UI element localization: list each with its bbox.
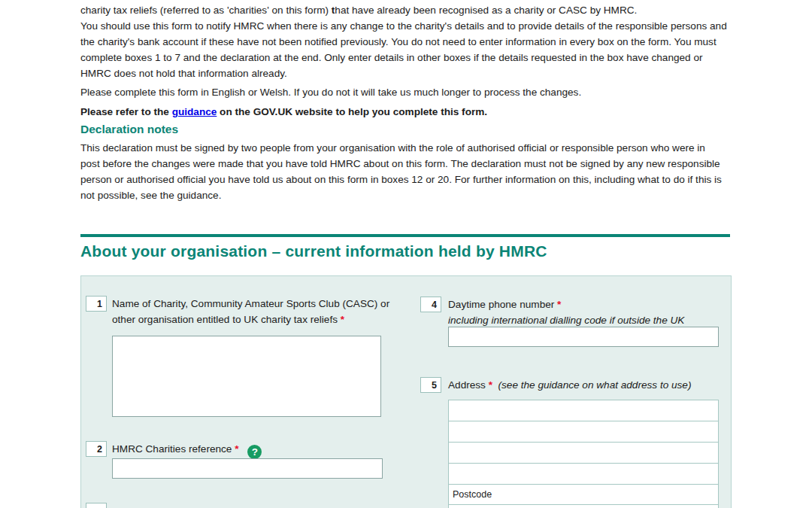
intro-prefix: charity tax reliefs (referred to as 'cha… — [80, 5, 332, 16]
daytime-phone-label-text: Daytime phone number — [448, 299, 554, 310]
declaration-notes-heading: Declaration notes — [80, 123, 178, 136]
hmrc-charities-reference-input[interactable] — [112, 458, 383, 479]
intro-continuation-text: charity tax reliefs (referred to as 'cha… — [80, 2, 727, 18]
charity-name-textarea[interactable] — [112, 336, 381, 417]
section-divider-rule — [80, 234, 730, 237]
required-asterisk: * — [557, 299, 561, 310]
declaration-notes-text: This declaration must be signed by two p… — [80, 140, 727, 203]
guidance-link[interactable]: guidance — [172, 106, 217, 117]
guidance-suffix: on the GOV.UK website to help you comple… — [217, 106, 487, 117]
guidance-paragraph: Please refer to the guidance on the GOV.… — [80, 104, 727, 120]
required-asterisk: * — [235, 443, 238, 455]
charity-name-label-text: Name of Charity, Community Amateur Sport… — [112, 298, 389, 325]
address-line-4-input[interactable] — [448, 463, 719, 485]
required-asterisk: * — [489, 379, 492, 391]
address-line-3-input[interactable] — [448, 442, 719, 464]
postcode-input-partial[interactable] — [448, 504, 719, 508]
address-line-1-input[interactable] — [448, 400, 719, 421]
box-1-number: 1 — [86, 296, 107, 312]
required-asterisk: * — [341, 314, 344, 325]
chv1-form-page: charity tax reliefs (referred to as 'cha… — [0, 0, 812, 508]
intro-rest: hat have already been recognised as a ch… — [335, 5, 637, 16]
guidance-prefix: Please refer to the — [80, 106, 172, 117]
language-paragraph: Please complete this form in English or … — [80, 84, 727, 100]
charity-name-label: Name of Charity, Community Amateur Sport… — [112, 296, 396, 327]
address-label: Address * (see the guidance on what addr… — [448, 377, 732, 393]
box-2-number: 2 — [86, 441, 107, 457]
daytime-phone-input[interactable] — [448, 327, 719, 347]
address-fields-group: Postcode — [448, 400, 719, 508]
address-line-2-input[interactable] — [448, 421, 719, 443]
postcode-label-row: Postcode — [448, 484, 719, 505]
address-hint: (see the guidance on what address to use… — [498, 379, 692, 391]
charities-reference-label: HMRC Charities reference *? — [112, 441, 413, 459]
question-mark-icon[interactable]: ? — [247, 445, 262, 459]
organisation-panel: 1 Name of Charity, Community Amateur Spo… — [80, 275, 732, 508]
section-heading: About your organisation – current inform… — [80, 242, 547, 260]
box-4-number: 4 — [420, 297, 441, 312]
daytime-phone-hint: including international dialling code if… — [448, 312, 726, 328]
address-label-text: Address — [448, 379, 486, 391]
box-3-number-partial — [86, 503, 107, 508]
box-5-number: 5 — [420, 377, 441, 393]
postcode-label: Postcode — [453, 489, 492, 500]
page-content: charity tax reliefs (referred to as 'cha… — [80, 0, 735, 508]
daytime-phone-label: Daytime phone number * — [448, 297, 726, 312]
usage-paragraph: You should use this form to notify HMRC … — [80, 18, 727, 81]
charities-reference-label-text: HMRC Charities reference — [112, 443, 232, 455]
